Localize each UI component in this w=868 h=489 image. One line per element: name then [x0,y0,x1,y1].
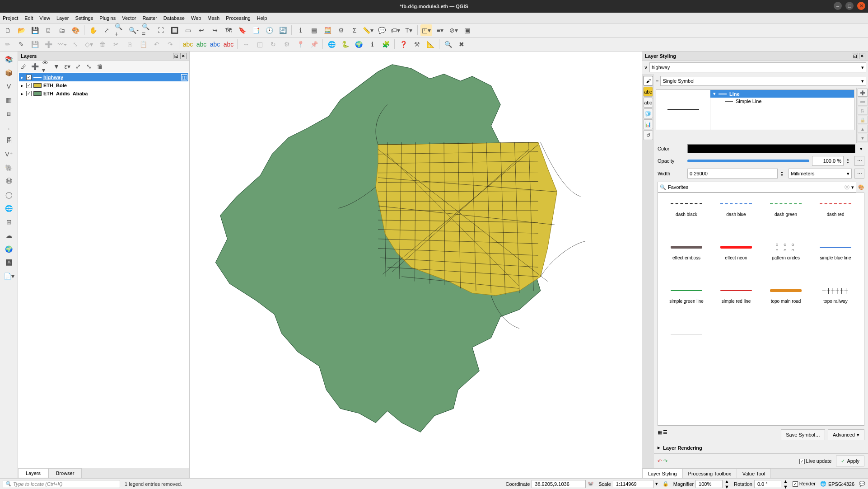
label-abc-blue-icon[interactable]: abc [209,38,221,50]
menu-help[interactable]: Help [257,15,267,21]
swatch-item[interactable]: topo main road [763,285,809,325]
move-feature-icon[interactable]: ⤡ [70,38,81,50]
menu-layer[interactable]: Layer [56,15,69,21]
color-button[interactable] [687,144,855,153]
tab-masks-icon[interactable]: abc [643,98,653,108]
vertex-tool-icon[interactable]: ◇▾ [83,38,95,50]
copy-icon[interactable]: ⎘ [124,38,135,50]
panel-undock-icon[interactable]: ◱ [852,53,858,59]
layer-row-bole[interactable]: ▸ ✓ ETH_Bole [19,81,188,89]
undo-icon[interactable]: ↶ [151,38,163,50]
add-virtual-icon[interactable]: V⁺ [3,148,15,160]
text-annotation-icon[interactable]: T▾ [403,24,415,36]
lock-symbol-layer-icon[interactable]: 🔒 [858,116,868,124]
save-edits-icon[interactable]: 💾 [29,38,41,50]
render-checkbox[interactable]: ✓Render [793,481,816,487]
label-props-icon[interactable]: ⚙ [281,38,293,50]
tab-layer-styling[interactable]: Layer Styling [642,469,683,478]
new-shapefile-icon[interactable]: 📄▾ [3,270,15,282]
deselect-icon[interactable]: ⊘▾ [448,24,459,36]
messages-icon[interactable]: 💬 [859,481,865,487]
menu-raster[interactable]: Raster [142,15,157,21]
tab-diagrams-icon[interactable]: 📊 [643,119,653,129]
panel-close-icon[interactable]: ✕ [180,53,187,59]
clear-search-icon[interactable]: ⓧ [845,184,849,191]
add-delimited-icon[interactable]: , [3,121,15,133]
toggle-editing-icon[interactable]: ✎ [15,38,27,50]
add-wms-icon[interactable]: 🌐 [3,202,15,214]
checkbox-addis[interactable]: ✓ [26,91,32,96]
zoom-selection-icon[interactable]: 🔲 [168,24,180,36]
add-afs-icon[interactable]: 🅰 [3,257,15,268]
paste-icon[interactable]: 📋 [137,38,149,50]
add-postgis-icon[interactable]: 🐘 [3,162,15,174]
menu-mesh[interactable]: Mesh [207,15,219,21]
close-button[interactable]: ✕ [857,2,865,10]
redo-style-icon[interactable]: ↷ [663,458,667,464]
tab-3d-icon[interactable]: 🧊 [643,108,653,118]
move-up-icon[interactable]: ▲ [858,125,868,133]
icon-view-icon[interactable]: ▦ [658,429,662,440]
live-update-checkbox[interactable]: ✓Live update [799,458,832,464]
annotation-icon[interactable]: 🏷▾ [389,24,401,36]
swatch-item[interactable]: ┼┼┼┼┼┼topo railway [812,285,859,325]
zoom-in-icon[interactable]: 🔍+ [114,24,126,36]
maximize-button[interactable]: □ [845,2,854,10]
map-canvas[interactable] [190,52,642,478]
swatch-item[interactable]: dash green [763,198,809,238]
layout-manager-icon[interactable]: 🗂 [56,24,68,36]
zoom-native-icon[interactable]: 🔍= [141,24,153,36]
layer-filter-icon[interactable]: ▼ [52,62,61,71]
swatch-item[interactable]: dash blue [713,198,759,238]
clear-tool-icon[interactable]: ✖ [456,38,467,50]
help-panel-icon[interactable]: ❓ [397,38,409,50]
add-feature-icon[interactable]: ➕ [42,38,54,50]
tab-value-tool[interactable]: Value Tool [737,469,771,478]
panel-undock-icon[interactable]: ◱ [173,53,179,59]
layer-row-addis[interactable]: ▸ ✓ ETH_Addis_Ababa [19,89,188,98]
add-wfs-icon[interactable]: 🌍 [3,243,15,255]
tab-browser[interactable]: Browser [48,468,82,478]
save-project-icon[interactable]: 💾 [29,24,41,36]
label-unpin-icon[interactable]: 📌 [308,38,320,50]
zoom-full-icon[interactable]: ⛶ [155,24,167,36]
add-symbol-layer-icon[interactable]: ➕ [858,89,868,97]
add-vector-icon[interactable]: V [3,80,15,92]
select-features-icon[interactable]: ◰▾ [420,24,432,36]
redo-icon[interactable]: ↷ [164,38,176,50]
swatch-item[interactable]: simple green line [663,285,709,325]
cut-icon[interactable]: ✂ [110,38,122,50]
layer-style-icon[interactable]: 🖊 [20,62,28,71]
scale-dropdown-icon[interactable]: ▾ [655,481,658,487]
new-bookmark-icon[interactable]: 🔖 [236,24,248,36]
unit-selector[interactable]: Millimeters▾ [789,169,852,179]
opacity-slider[interactable] [687,160,809,162]
menu-vector[interactable]: Vector [122,15,136,21]
move-down-icon[interactable]: ▼ [858,134,868,142]
checkbox-highway[interactable]: ✓ [26,75,32,80]
minimize-button[interactable]: – [834,2,842,10]
symbol-tree[interactable]: ▾Line Simple Line [710,90,854,130]
layer-row-highway[interactable]: ▸ ✓ highway ◫ [19,73,188,81]
opacity-dd-icon[interactable]: ⋯ [854,156,864,166]
new-project-icon[interactable]: 🗋 [2,24,14,36]
layer-selector[interactable]: highway▾ [649,62,866,72]
measure-icon[interactable]: 📏▾ [362,24,374,36]
label-abc-yellow-icon[interactable]: abc [182,38,194,50]
tab-symbology-icon[interactable]: 🖌 [643,76,653,86]
zoom-last-icon[interactable]: ↩ [196,24,207,36]
locator-input[interactable]: 🔍 Type to locate (Ctrl+K) [3,480,120,488]
delete-selected-icon[interactable]: 🗑 [97,38,108,50]
swatch-item[interactable]: dash black [663,198,709,238]
scale-value[interactable]: 1:114969 [613,480,653,488]
tab-layers[interactable]: Layers [18,468,48,478]
swatch-item[interactable]: effect emboss [663,242,709,282]
zoom-out-icon[interactable]: 🔍- [128,24,140,36]
layer-add-group-icon[interactable]: ➕ [31,62,39,71]
new-map-view-icon[interactable]: 🗺 [223,24,234,36]
menu-web[interactable]: Web [191,15,201,21]
osm-icon[interactable]: 🌍 [353,38,364,50]
pan-to-selection-icon[interactable]: ⤢ [101,24,112,36]
layer-expand-icon[interactable]: ⤢ [74,62,82,71]
swatch-item[interactable]: simple blue line [812,242,859,282]
